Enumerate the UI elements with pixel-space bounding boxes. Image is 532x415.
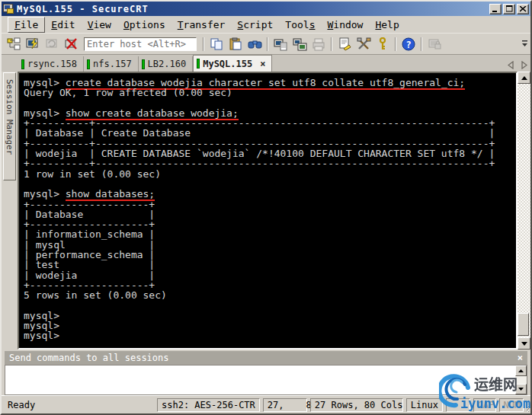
status-box-empty (446, 398, 470, 412)
session-options-icon[interactable] (354, 36, 373, 53)
terminal-line: +--------------------+ (24, 280, 516, 290)
securecrt-window: MySQL.155 - SecureCRT FileEditViewOption… (0, 0, 532, 415)
terminal-line: | information_schema | (24, 229, 516, 239)
paste-icon[interactable] (226, 36, 245, 53)
terminal-line: 5 rows in set (0.00 sec) (24, 290, 516, 300)
find-icon[interactable] (245, 36, 264, 53)
toolbar-separator (203, 37, 204, 51)
tab-status-indicator (21, 59, 24, 69)
disconnect-icon[interactable] (62, 36, 80, 53)
toolbar-overflow-icon[interactable] (520, 37, 529, 50)
status-box-linux: Linux (406, 398, 443, 412)
menu-window[interactable]: Window (321, 18, 369, 32)
terminal-line: +--------------------+ (24, 219, 516, 229)
send-commands-close-icon[interactable]: × (518, 353, 523, 363)
scrollbar-track[interactable] (518, 84, 530, 337)
tab-label: nfs.157 (93, 59, 132, 69)
send-commands-scrollbar[interactable] (515, 366, 527, 394)
send-commands-input[interactable] (5, 366, 515, 394)
terminal-line: mysql> (24, 311, 516, 321)
status-box-27-8: 27, 8 (263, 398, 307, 412)
session-tab-mysql-155[interactable]: MySQL.155× (193, 55, 272, 72)
tab-close-icon[interactable]: × (260, 59, 265, 69)
terminal-line: | test | (24, 260, 516, 270)
menu-view[interactable]: View (82, 18, 117, 32)
terminal-line: 1 row in set (0.00 sec) (24, 169, 516, 179)
send-commands-header[interactable]: Send commands to all sessions × (5, 351, 527, 365)
app-icon (3, 4, 14, 14)
terminal-line: | wodejia | (24, 270, 516, 280)
send-scroll-up-icon[interactable] (515, 366, 527, 376)
menu-options[interactable]: Options (117, 18, 171, 32)
status-box-cap: CAP (473, 398, 496, 412)
menubar: FileEditViewOptionsTransferScriptToolsWi… (2, 16, 530, 33)
properties-icon[interactable] (335, 36, 354, 53)
svg-text:?: ? (405, 39, 411, 49)
key-agent-icon[interactable] (373, 36, 392, 53)
scrollbar-thumb[interactable] (518, 313, 529, 336)
terminal-line: +--------------------+ (24, 200, 516, 209)
session-manager-tab[interactable]: Session Manager (3, 72, 16, 180)
send-scroll-down-icon[interactable] (515, 384, 527, 394)
menu-tools[interactable]: Tools (279, 18, 321, 32)
terminal-line: mysql> create database wodejia character… (24, 78, 516, 88)
tab-label: rsync.158 (27, 59, 77, 69)
tab-status-indicator (142, 59, 145, 69)
print-icon (309, 36, 328, 53)
reconnect-icon (43, 36, 61, 53)
menu-help[interactable]: Help (369, 18, 405, 32)
terminal-line: mysql> (24, 330, 516, 340)
terminal-line: | wodejia | CREATE DATABASE `wodejia` /*… (24, 148, 516, 158)
log-session-icon[interactable] (271, 36, 290, 53)
window-title: MySQL.155 - SecureCRT (17, 4, 487, 14)
quick-connect-icon[interactable] (24, 36, 42, 53)
session-tab-rsync-158[interactable]: rsync.158 (18, 56, 84, 72)
session-tabbar: rsync.158nfs.157LB2.160MySQL.155× (2, 54, 530, 72)
session-tab-lb2-160[interactable]: LB2.160 (139, 56, 194, 72)
tab-status-indicator (197, 59, 200, 69)
raw-log-icon[interactable] (290, 36, 309, 53)
titlebar[interactable]: MySQL.155 - SecureCRT (2, 2, 530, 16)
toolbar-separator (421, 37, 422, 51)
session-tab-nfs-157[interactable]: nfs.157 (84, 56, 139, 72)
help-icon[interactable]: ? (399, 36, 418, 53)
maximize-button[interactable] (503, 4, 515, 14)
main-area: Session Manager mysql> create database w… (2, 72, 530, 350)
scroll-down-icon[interactable] (518, 337, 530, 350)
terminal-line: mysql> (24, 321, 516, 330)
menu-file[interactable]: File (8, 17, 45, 33)
statusbar: Ready ssh2: AES-256-CTR27, 827 Rows, 80 … (2, 395, 530, 413)
host-input[interactable] (84, 37, 197, 51)
tab-label: LB2.160 (148, 59, 187, 69)
terminal-line: mysql> show databases; (24, 189, 516, 199)
copy-icon[interactable] (207, 36, 226, 53)
scroll-up-icon[interactable] (518, 72, 530, 84)
terminal-line: +----------+----------------------------… (24, 118, 516, 128)
menu-edit[interactable]: Edit (45, 18, 81, 32)
terminal-line: | performance_schema | (24, 250, 516, 260)
status-ready: Ready (8, 400, 154, 410)
menu-transfer[interactable]: Transfer (171, 18, 232, 32)
terminal-line: | Database | Create Database | (24, 128, 516, 138)
toolbar-separator (331, 37, 332, 51)
close-button[interactable] (517, 4, 529, 14)
status-box-ssh2-aes-256-ctr: ssh2: AES-256-CTR (157, 398, 260, 412)
tab-scroll-right-icon[interactable] (521, 58, 527, 72)
send-commands-label: Send commands to all sessions (9, 353, 518, 363)
toolbar-separator (395, 37, 396, 51)
terminal-scrollbar[interactable] (518, 72, 530, 350)
terminal-line (24, 98, 516, 108)
tab-scroll-left-icon[interactable] (508, 58, 514, 72)
minimize-button[interactable] (489, 4, 502, 14)
terminal-line (24, 179, 516, 189)
resize-grip[interactable] (527, 401, 529, 412)
session-manager-icon[interactable] (5, 36, 23, 53)
status-box-num: NUM (499, 398, 524, 412)
toolbar: ? (2, 33, 530, 54)
menu-script[interactable]: Script (231, 18, 279, 32)
tab-status-indicator (87, 59, 90, 69)
session-manager-strip: Session Manager (2, 72, 18, 350)
terminal-screen[interactable]: mysql> create database wodejia character… (18, 72, 518, 350)
toolbar-separator (267, 37, 268, 51)
terminal-line: | mysql | (24, 240, 516, 250)
